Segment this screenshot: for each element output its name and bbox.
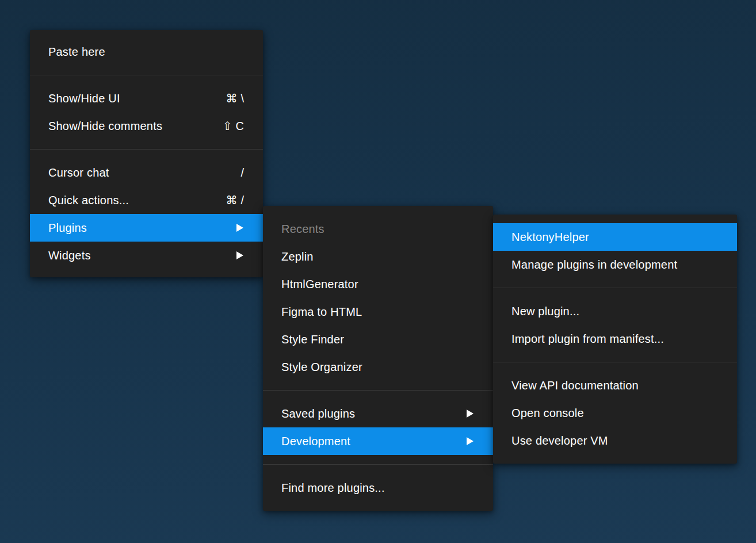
menu-item-label: Style Organizer: [281, 361, 475, 374]
menu-item-label: HtmlGenerator: [281, 278, 475, 291]
menu-item-show-hide-comments[interactable]: Show/Hide comments ⇧ C: [30, 112, 263, 140]
menu-item-label: Find more plugins...: [281, 481, 475, 495]
shortcut-label: /: [240, 166, 245, 179]
menu-item-label: Saved plugins: [281, 407, 467, 420]
menu-divider: [263, 464, 493, 465]
menu-item-manage-plugins-in-development[interactable]: Manage plugins in development: [493, 251, 737, 278]
context-menu: Paste here Show/Hide UI ⌘ \ Show/Hide co…: [30, 30, 263, 277]
menu-item-use-developer-vm[interactable]: Use developer VM: [493, 427, 737, 454]
menu-divider: [493, 288, 737, 288]
menu-divider: [30, 149, 263, 150]
shortcut-label: ⌘ /: [226, 193, 245, 207]
menu-item-widgets[interactable]: Widgets: [30, 242, 263, 269]
menu-item-label: Style Finder: [281, 333, 475, 346]
menu-item-style-organizer[interactable]: Style Organizer: [263, 353, 493, 381]
menu-item-label: Cursor chat: [48, 166, 240, 179]
menu-item-paste-here[interactable]: Paste here: [30, 38, 263, 66]
menu-item-label: Show/Hide UI: [48, 92, 226, 105]
menu-item-label: Open console: [511, 407, 719, 420]
menu-item-label: Manage plugins in development: [511, 258, 719, 272]
menu-item-label: NektonyHelper: [511, 231, 719, 244]
menu-item-view-api-documentation[interactable]: View API documentation: [493, 372, 737, 399]
menu-item-label: Quick actions...: [48, 194, 226, 207]
submenu-arrow-icon: [236, 224, 243, 232]
menu-item-label: Paste here: [48, 45, 245, 59]
submenu-header-recents: Recents: [263, 215, 493, 243]
menu-item-show-hide-ui[interactable]: Show/Hide UI ⌘ \: [30, 85, 263, 112]
menu-item-cursor-chat[interactable]: Cursor chat /: [30, 159, 263, 186]
submenu-arrow-icon: [236, 251, 243, 259]
menu-item-label: View API documentation: [511, 379, 719, 392]
menu-item-quick-actions[interactable]: Quick actions... ⌘ /: [30, 186, 263, 214]
menu-divider: [263, 390, 493, 391]
menu-item-label: Use developer VM: [511, 434, 719, 448]
canvas-background[interactable]: Paste here Show/Hide UI ⌘ \ Show/Hide co…: [0, 0, 756, 543]
menu-item-label: Plugins: [48, 221, 236, 235]
menu-item-label: Figma to HTML: [281, 305, 475, 319]
menu-item-zeplin[interactable]: Zeplin: [263, 243, 493, 270]
menu-item-import-plugin-from-manifest[interactable]: Import plugin from manifest...: [493, 325, 737, 353]
submenu-arrow-icon: [467, 437, 474, 445]
menu-item-label: Development: [281, 435, 467, 448]
menu-item-figma-to-html[interactable]: Figma to HTML: [263, 298, 493, 326]
shortcut-label: ⇧ C: [223, 119, 245, 133]
menu-item-nektonyhelper[interactable]: NektonyHelper: [493, 223, 737, 251]
plugins-submenu: Recents Zeplin HtmlGenerator Figma to HT…: [263, 206, 493, 511]
section-header-label: Recents: [281, 223, 475, 236]
menu-item-plugins[interactable]: Plugins: [30, 214, 263, 242]
menu-item-label: New plugin...: [511, 305, 719, 318]
menu-item-label: Import plugin from manifest...: [511, 332, 719, 346]
menu-item-open-console[interactable]: Open console: [493, 399, 737, 427]
menu-divider: [493, 362, 737, 362]
development-submenu: NektonyHelper Manage plugins in developm…: [493, 215, 737, 464]
menu-item-htmlgenerator[interactable]: HtmlGenerator: [263, 270, 493, 298]
menu-item-style-finder[interactable]: Style Finder: [263, 326, 493, 353]
submenu-arrow-icon: [467, 410, 474, 418]
menu-item-find-more-plugins[interactable]: Find more plugins...: [263, 474, 493, 502]
menu-divider: [30, 75, 263, 75]
menu-item-saved-plugins[interactable]: Saved plugins: [263, 400, 493, 427]
menu-item-label: Zeplin: [281, 250, 475, 263]
menu-item-new-plugin[interactable]: New plugin...: [493, 297, 737, 325]
shortcut-label: ⌘ \: [226, 91, 245, 105]
menu-item-development[interactable]: Development: [263, 427, 493, 455]
menu-item-label: Widgets: [48, 249, 236, 262]
menu-item-label: Show/Hide comments: [48, 120, 223, 133]
